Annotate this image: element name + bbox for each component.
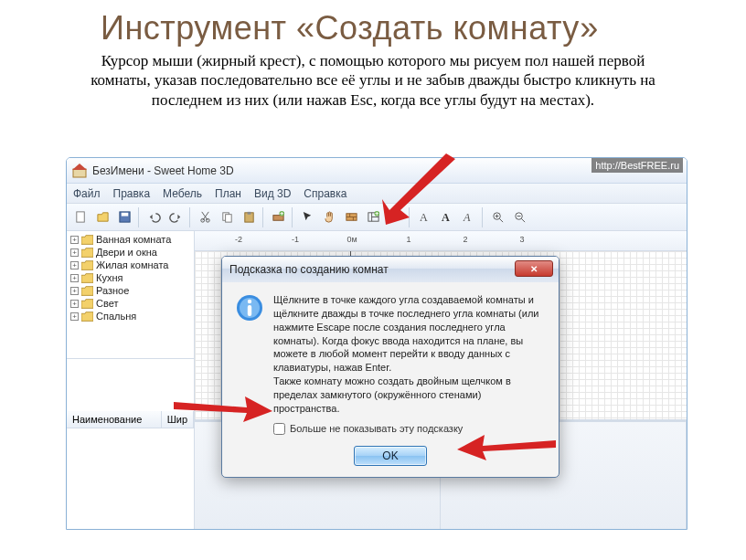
undo-icon[interactable] xyxy=(144,207,164,227)
close-icon[interactable]: ✕ xyxy=(515,260,553,277)
zoom-out-icon[interactable] xyxy=(509,207,529,227)
col-name[interactable]: Наименование xyxy=(67,411,162,428)
dimension-tool-icon[interactable] xyxy=(385,207,405,227)
slide-title: Инструмент «Создать комнату» xyxy=(0,0,746,51)
tree-item[interactable]: +Ванная комната xyxy=(67,233,194,246)
svg-marker-1 xyxy=(72,164,87,170)
save-icon[interactable] xyxy=(114,207,134,227)
watermark: http://BestFREE.ru xyxy=(591,158,683,173)
dialog-body-text: Щёлкните в точке каждого угла создаваемо… xyxy=(273,293,546,416)
slide-description: Курсор мыши (жирный крест), с помощью ко… xyxy=(80,51,666,110)
hint-dialog: Подсказка по созданию комнат ✕ Щёлкните … xyxy=(221,256,560,478)
col-width[interactable]: Шир xyxy=(162,411,194,428)
ruler-horizontal: -2 -1 0м 1 2 3 xyxy=(195,231,687,251)
menu-file[interactable]: Файл xyxy=(67,187,107,200)
paste-icon[interactable] xyxy=(239,207,259,227)
svg-rect-2 xyxy=(76,212,83,222)
wall-tool-icon[interactable] xyxy=(341,207,361,227)
catalog-tree[interactable]: +Ванная комната +Двери и окна +Жилая ком… xyxy=(67,231,194,359)
cut-icon[interactable] xyxy=(195,207,215,227)
menu-view3d[interactable]: Вид 3D xyxy=(248,187,297,200)
svg-point-23 xyxy=(248,300,251,303)
svg-text:A: A xyxy=(441,211,449,224)
tree-item[interactable]: +Двери и окна xyxy=(67,246,194,259)
menu-furniture[interactable]: Мебель xyxy=(156,187,208,200)
app-icon xyxy=(72,164,87,178)
redo-icon[interactable] xyxy=(165,207,186,227)
new-file-icon[interactable] xyxy=(70,207,91,227)
tree-item[interactable]: +Спальня xyxy=(67,310,194,322)
open-file-icon[interactable] xyxy=(92,207,112,227)
zoom-in-icon[interactable] xyxy=(487,207,507,227)
pan-tool-icon[interactable] xyxy=(319,207,339,227)
ok-button[interactable]: OK xyxy=(354,446,427,466)
svg-rect-10 xyxy=(247,212,250,215)
svg-rect-4 xyxy=(121,213,128,217)
text-tool-icon[interactable]: A xyxy=(414,207,434,227)
svg-rect-0 xyxy=(73,169,86,177)
svg-text:A: A xyxy=(419,211,427,224)
room-tool-icon[interactable] xyxy=(363,207,383,227)
dialog-titlebar: Подсказка по созданию комнат ✕ xyxy=(222,257,559,282)
svg-rect-8 xyxy=(225,215,231,222)
tree-item[interactable]: +Разное xyxy=(67,284,194,297)
dont-show-again-checkbox[interactable] xyxy=(273,423,285,435)
menu-help[interactable]: Справка xyxy=(297,187,353,200)
window-title: БезИмени - Sweet Home 3D xyxy=(92,164,234,177)
copy-icon[interactable] xyxy=(217,207,237,227)
select-tool-icon[interactable] xyxy=(297,207,317,227)
tree-item[interactable]: +Кухня xyxy=(67,271,194,284)
window-titlebar: БезИмени - Sweet Home 3D http://BestFREE… xyxy=(67,158,687,184)
tree-item[interactable]: +Свет xyxy=(67,297,194,310)
toolbar: A A A xyxy=(67,204,687,231)
tree-item[interactable]: +Жилая комната xyxy=(67,259,194,271)
furniture-table-header: Наименование Шир xyxy=(67,411,194,428)
text-italic-icon[interactable]: A xyxy=(458,207,478,227)
info-icon xyxy=(235,293,264,322)
dialog-title: Подсказка по созданию комнат xyxy=(229,263,389,276)
svg-text:A: A xyxy=(462,211,470,224)
text-bold-icon[interactable]: A xyxy=(436,207,456,227)
menu-edit[interactable]: Правка xyxy=(107,187,157,200)
add-furniture-icon[interactable] xyxy=(268,207,288,227)
svg-rect-24 xyxy=(248,305,251,316)
menubar[interactable]: Файл Правка Мебель План Вид 3D Справка xyxy=(67,184,687,204)
menu-plan[interactable]: План xyxy=(208,187,248,200)
dont-show-again-label: Больше не показывать эту подсказку xyxy=(290,423,463,434)
